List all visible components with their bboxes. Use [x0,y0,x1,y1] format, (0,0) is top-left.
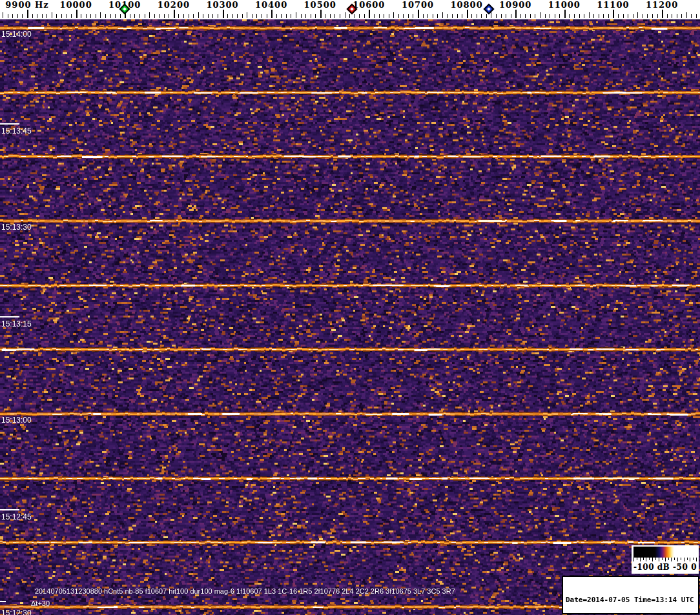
time-axis-label: 15:12:30 [1,609,32,615]
freq-tick [471,14,472,18]
freq-tick [169,14,169,18]
freq-axis-label: 11100 [597,0,629,10]
freq-tick [628,14,628,18]
observation-info-box: Date=2014-07-05 Time=13:14 UTC Freq=143 … [562,576,699,614]
spectrogram-app-window: 9900 Hz100001010010200103001040010500106… [0,0,700,615]
time-axis-tick [0,123,19,125]
freq-tick [27,10,28,18]
freq-tick [599,14,599,18]
freq-tick [618,14,619,18]
freq-tick [643,14,643,18]
freq-axis-label: 10800 [450,0,482,10]
freq-tick [17,14,18,18]
freq-tick [657,14,658,18]
freq-tick [364,14,365,18]
freq-tick [384,14,384,18]
freq-tick [613,10,614,18]
freq-tick [42,14,43,18]
freq-tick [593,14,594,18]
colorbar-ticks [633,558,697,562]
freq-tick [691,14,692,18]
freq-tick [203,14,203,18]
freq-axis-label: 10600 [353,0,385,10]
freq-tick [457,14,458,18]
freq-tick [311,14,311,18]
freq-tick [252,14,252,18]
freq-tick [340,14,340,18]
freq-axis-label: 10700 [402,0,434,10]
freq-tick [81,14,81,18]
freq-tick [462,14,462,18]
blue-marker-diamond[interactable] [483,4,494,15]
freq-tick [545,14,546,18]
blue-marker-center-dot [487,7,491,11]
freq-tick [647,14,648,18]
freq-tick [467,10,468,18]
freq-tick [530,14,531,18]
freq-tick [486,14,487,18]
freq-tick [535,14,535,18]
freq-tick [403,14,404,18]
freq-tick [76,10,77,18]
freq-tick [477,14,477,18]
freq-tick [159,14,160,18]
freq-tick [154,14,155,18]
freq-tick [271,10,273,18]
freq-tick [115,14,116,18]
freq-tick [96,14,96,18]
freq-tick [574,14,575,18]
freq-tick [3,12,3,18]
freq-tick [189,14,189,18]
freq-tick [212,14,213,18]
freq-tick [227,14,228,18]
freq-tick [418,10,419,18]
freq-tick [286,14,287,18]
time-axis-tick [0,509,19,510]
freq-tick [672,14,672,18]
freq-tick [149,12,150,18]
freq-tick [569,14,570,18]
freq-tick [623,14,624,18]
freq-tick [677,14,677,18]
freq-tick [8,14,8,18]
freq-axis-label: 10900 [499,0,531,10]
freq-tick [662,10,663,18]
freq-tick [67,14,67,18]
freq-axis-label: 10300 [206,0,238,10]
freq-tick [305,14,306,18]
freq-tick [320,10,322,18]
freq-tick [315,14,316,18]
freq-tick [525,14,526,18]
freq-tick [515,10,517,18]
freq-tick [37,14,37,18]
freq-tick [139,14,140,18]
freq-tick [223,10,224,18]
freq-tick [408,14,409,18]
time-axis-label: 15:14:00 [1,30,32,39]
colorbar-gradient [633,547,697,558]
freq-tick [276,14,277,18]
freq-tick [183,14,184,18]
colorbar-label-mid: -50 [673,563,688,572]
freq-axis-label: 9900 Hz [5,0,48,10]
delta-t-label: Δt+30 [31,600,50,607]
freq-tick [86,14,87,18]
freq-tick [379,14,380,18]
freq-tick [637,12,638,18]
info-date-time: Date=2014-07-05 Time=13:14 UTC [566,596,695,605]
freq-tick [437,14,438,18]
freq-tick [174,10,175,18]
freq-tick [325,14,325,18]
spectrogram-canvas[interactable] [0,19,700,615]
freq-axis-label: 10000 [59,0,92,10]
freq-tick [398,14,399,18]
freq-tick [100,12,101,18]
freq-tick [603,14,604,18]
freq-tick [633,14,633,18]
freq-axis-label: 11200 [646,0,678,10]
time-axis-tick [0,316,19,318]
time-axis-label: 15:12:45 [1,512,32,521]
freq-tick [90,14,91,18]
red-marker-center-dot [350,7,354,11]
freq-tick [247,12,247,18]
